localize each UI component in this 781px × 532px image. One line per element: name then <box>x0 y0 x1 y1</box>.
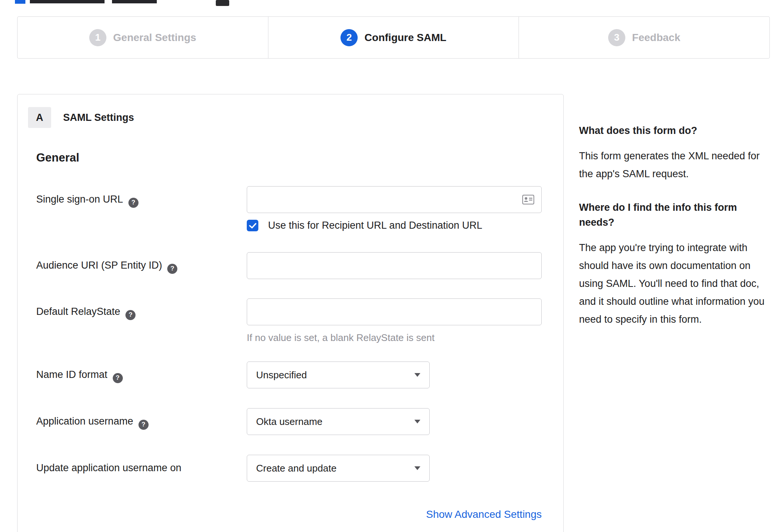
name-id-format-label: Name ID format? <box>36 362 247 383</box>
help-answer-2: The app you're trying to integrate with … <box>579 239 771 328</box>
wizard-stepper: 1 General Settings 2 Configure SAML 3 Fe… <box>17 16 770 59</box>
cutoff-gear-icon <box>216 0 229 6</box>
help-icon[interactable]: ? <box>125 310 136 320</box>
show-advanced-settings-link[interactable]: Show Advanced Settings <box>426 508 542 520</box>
step-number-badge: 3 <box>608 29 625 46</box>
help-sidebar: What does this form do? This form genera… <box>579 123 771 345</box>
name-id-format-row: Name ID format? Unspecified <box>36 362 563 388</box>
update-app-username-row: Update application username on Create an… <box>36 455 563 482</box>
app-username-select[interactable]: Okta username <box>247 408 430 435</box>
step-number-badge: 1 <box>89 29 106 46</box>
name-id-format-select[interactable]: Unspecified <box>247 362 430 388</box>
panel-title: SAML Settings <box>63 112 134 123</box>
relay-state-label: Default RelayState? <box>36 298 247 320</box>
cutoff-title-fragment <box>112 0 157 3</box>
step-number-badge: 2 <box>340 29 358 46</box>
select-value: Okta username <box>256 416 323 428</box>
step-label: Configure SAML <box>364 32 446 44</box>
cutoff-logo-fragment <box>15 0 25 4</box>
sso-url-input[interactable] <box>247 186 542 213</box>
relay-state-row: Default RelayState? If no value is set, … <box>36 298 563 344</box>
update-app-username-select[interactable]: Create and update <box>247 455 430 482</box>
help-icon[interactable]: ? <box>128 198 139 208</box>
sso-url-label: Single sign-on URL? <box>36 186 247 208</box>
general-section-title: General <box>36 151 563 165</box>
step-general-settings[interactable]: 1 General Settings <box>18 17 268 58</box>
help-question-1: What does this form do? <box>579 123 771 138</box>
step-configure-saml[interactable]: 2 Configure SAML <box>268 17 519 58</box>
chevron-down-icon <box>414 373 420 377</box>
audience-uri-label: Audience URI (SP Entity ID)? <box>36 252 247 274</box>
contact-card-icon[interactable] <box>522 195 534 206</box>
select-value: Unspecified <box>256 369 307 381</box>
app-username-row: Application username? Okta username <box>36 408 563 435</box>
sso-url-row: Single sign-on URL? <box>36 186 563 231</box>
audience-uri-row: Audience URI (SP Entity ID)? <box>36 252 563 279</box>
recipient-url-checkbox-label[interactable]: Use this for Recipient URL and Destinati… <box>268 220 482 231</box>
relay-state-input[interactable] <box>247 298 542 325</box>
audience-uri-input[interactable] <box>247 252 542 279</box>
relay-state-hint: If no value is set, a blank RelayState i… <box>247 332 542 344</box>
saml-settings-panel: A SAML Settings General Single sign-on U… <box>17 94 564 532</box>
step-feedback[interactable]: 3 Feedback <box>519 17 769 58</box>
step-label: Feedback <box>632 32 680 44</box>
update-app-username-label: Update application username on <box>36 455 247 474</box>
recipient-url-checkbox[interactable] <box>247 220 258 231</box>
cutoff-title-fragment <box>30 0 105 3</box>
help-icon[interactable]: ? <box>113 373 123 383</box>
app-username-label: Application username? <box>36 408 247 430</box>
select-value: Create and update <box>256 463 336 474</box>
chevron-down-icon <box>414 466 420 470</box>
step-label: General Settings <box>113 32 196 44</box>
help-answer-1: This form generates the XML needed for t… <box>579 147 771 183</box>
chevron-down-icon <box>414 420 420 423</box>
help-question-2: Where do I find the info this form needs… <box>579 200 771 230</box>
help-icon[interactable]: ? <box>167 264 177 274</box>
section-a-badge: A <box>28 107 51 128</box>
help-icon[interactable]: ? <box>139 420 149 430</box>
